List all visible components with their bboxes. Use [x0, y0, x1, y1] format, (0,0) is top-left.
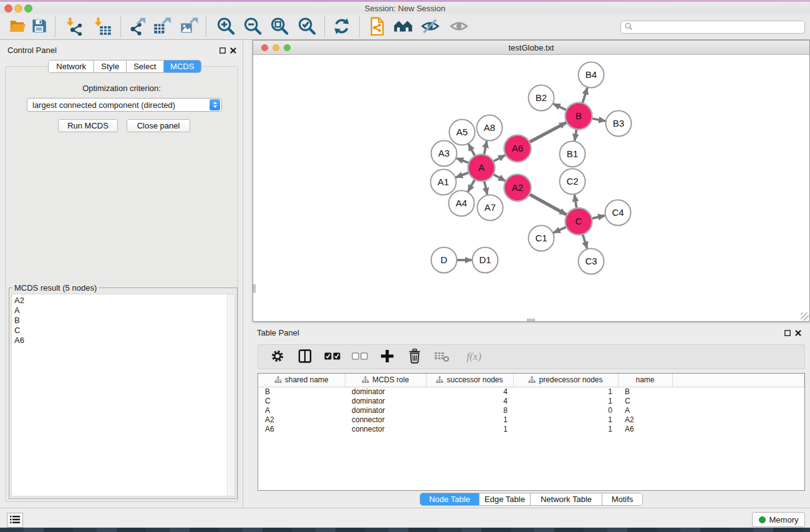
list-item[interactable]: C	[12, 326, 234, 336]
zoom-fit-button[interactable]	[268, 16, 291, 38]
search-input[interactable]	[635, 23, 804, 32]
graph-edge-B-B3[interactable]	[592, 118, 605, 121]
graph-node-C2[interactable]: C2	[560, 169, 586, 195]
graph-edge-A-A7[interactable]	[485, 181, 488, 195]
zoom-in-button[interactable]	[215, 16, 237, 38]
first-neighbors-button[interactable]	[392, 16, 415, 38]
graph-node-C3[interactable]: C3	[579, 249, 604, 274]
list-item[interactable]: A	[12, 306, 234, 316]
graph-edge-B-B2[interactable]	[553, 104, 566, 110]
network-graph[interactable]: AA1A2A3A4A5A6A7A8BB1B2B3B4CC1C2C3C4DD1	[253, 55, 809, 321]
graph-node-B3[interactable]: B3	[606, 111, 632, 137]
tab-network[interactable]: Network	[49, 60, 94, 72]
tab-node-table[interactable]: Node Table	[420, 493, 480, 505]
graph-edge-A-A2[interactable]	[493, 174, 506, 181]
graph-edge-A2-C[interactable]	[529, 194, 567, 215]
graph-node-A2[interactable]: A2	[504, 175, 531, 201]
deselect-all-button[interactable]	[350, 347, 369, 366]
tab-select[interactable]: Select	[127, 60, 164, 72]
task-history-button[interactable]	[7, 513, 23, 528]
table-row[interactable]: A2connector 11 A2	[258, 415, 804, 424]
graph-node-B[interactable]: B	[566, 103, 592, 130]
resize-grip-icon[interactable]	[801, 312, 809, 321]
refresh-button[interactable]	[330, 16, 353, 38]
new-network-from-selection-button[interactable]	[366, 16, 388, 38]
graph-edge-A-A3[interactable]	[456, 158, 469, 163]
graph-node-D[interactable]: D	[432, 248, 457, 273]
horizontal-scroll-thumb[interactable]	[527, 319, 535, 321]
graph-node-A[interactable]: A	[468, 155, 495, 181]
column-header-mcds-role[interactable]: MCDS role	[345, 374, 426, 387]
export-image-button[interactable]	[178, 16, 200, 38]
vertical-scroll-thumb[interactable]	[253, 284, 256, 293]
graph-edge-A-A8[interactable]	[484, 141, 486, 155]
close-panel-icon[interactable]	[230, 46, 236, 56]
graph-node-A3[interactable]: A3	[432, 141, 457, 167]
network-canvas[interactable]: AA1A2A3A4A5A6A7A8BB1B2B3B4CC1C2C3C4DD1	[253, 55, 809, 321]
table-row[interactable]: Adominator 80 A	[258, 405, 804, 415]
hide-selected-button[interactable]	[419, 16, 441, 38]
list-item[interactable]: A6	[12, 336, 234, 346]
show-column-button[interactable]	[296, 347, 314, 366]
graph-node-C4[interactable]: C4	[605, 200, 631, 226]
tab-mcds[interactable]: MCDS	[164, 60, 201, 72]
graph-node-A7[interactable]: A7	[478, 195, 503, 221]
column-header-predecessor-nodes[interactable]: predecessor nodes	[513, 374, 618, 387]
search-field[interactable]	[620, 21, 805, 34]
float-panel-icon[interactable]	[219, 46, 226, 56]
graph-edge-C-C4[interactable]	[592, 216, 605, 219]
column-header-successor-nodes[interactable]: successor nodes	[426, 374, 513, 387]
graph-edge-A6-B[interactable]	[529, 123, 566, 142]
graph-node-C1[interactable]: C1	[529, 226, 554, 251]
mcds-result-list[interactable]: A2 A B C A6	[11, 294, 235, 496]
column-header-name[interactable]: name	[618, 374, 672, 387]
network-window-titlebar[interactable]: testGlobe.txt	[253, 41, 809, 55]
import-network-button[interactable]	[64, 16, 86, 38]
zoom-selected-button[interactable]	[296, 16, 318, 38]
select-all-button[interactable]	[323, 347, 342, 366]
graph-node-A4[interactable]: A4	[449, 191, 475, 216]
graph-edge-C-C3[interactable]	[582, 235, 587, 249]
graph-node-B2[interactable]: B2	[529, 85, 554, 111]
graph-node-A1[interactable]: A1	[431, 170, 456, 195]
graph-node-C[interactable]: C	[566, 208, 592, 235]
table-row[interactable]: Bdominator 41 B	[258, 387, 804, 396]
graph-edge-A-A4[interactable]	[468, 180, 475, 192]
tab-edge-table[interactable]: Edge Table	[480, 493, 531, 505]
delete-row-button[interactable]	[405, 347, 424, 366]
save-session-button[interactable]	[27, 16, 50, 38]
graph-node-D1[interactable]: D1	[473, 248, 498, 273]
table-row[interactable]: A6connector 11 A6	[258, 424, 804, 433]
graph-node-A5[interactable]: A5	[450, 120, 475, 145]
memory-button[interactable]: Memory	[752, 512, 805, 527]
export-table-button[interactable]	[151, 16, 173, 38]
list-item[interactable]: B	[12, 316, 234, 326]
open-file-button[interactable]	[6, 16, 29, 38]
graph-node-A6[interactable]: A6	[504, 135, 531, 162]
close-panel-button[interactable]: Close panel	[127, 119, 190, 132]
tab-style[interactable]: Style	[94, 60, 127, 72]
run-mcds-button[interactable]: Run MCDS	[58, 119, 118, 132]
graph-edge-C-C2[interactable]	[574, 195, 576, 208]
graph-edge-B-B4[interactable]	[582, 88, 587, 104]
graph-node-B4[interactable]: B4	[579, 62, 604, 88]
tab-network-table[interactable]: Network Table	[531, 493, 602, 505]
function-builder-button[interactable]: f(x)	[460, 347, 488, 366]
column-header-shared-name[interactable]: shared name	[258, 374, 345, 387]
graph-edge-A-A6[interactable]	[493, 155, 505, 162]
graph-edge-B-B1[interactable]	[575, 129, 577, 141]
add-row-button[interactable]	[378, 347, 397, 366]
table-row[interactable]: Cdominator 41 C	[258, 396, 804, 405]
node-table[interactable]: shared name MCDS role successor nodes pr…	[258, 373, 805, 491]
graph-edge-A-A1[interactable]	[456, 173, 469, 178]
tab-motifs[interactable]: Motifs	[602, 493, 642, 505]
graph-edge-C-C1[interactable]	[554, 227, 567, 233]
list-item[interactable]: A2	[12, 296, 234, 306]
optimization-criterion-select[interactable]: largest connected component (directed)	[27, 98, 222, 112]
graph-node-B1[interactable]: B1	[560, 142, 586, 167]
import-table-button[interactable]	[92, 16, 114, 38]
float-panel-icon[interactable]	[784, 329, 791, 338]
graph-node-A8[interactable]: A8	[477, 115, 503, 141]
graph-edge-A-A5[interactable]	[468, 144, 475, 156]
show-all-button[interactable]	[448, 16, 470, 38]
